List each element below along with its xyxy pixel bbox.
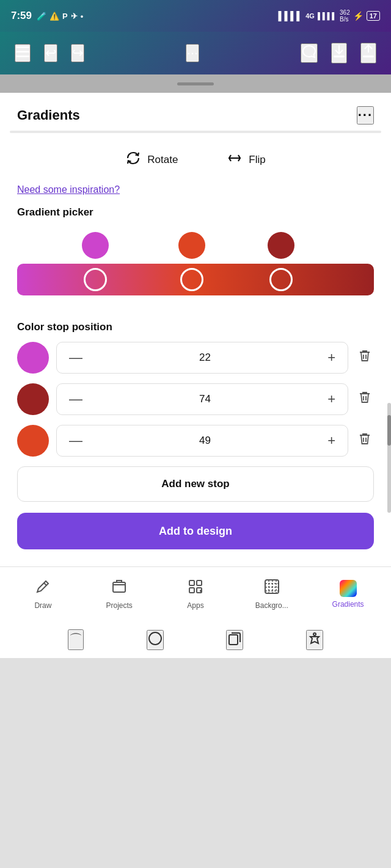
color-stop-row-3: — 49 + [17,425,374,457]
draw-icon [35,579,51,598]
draw-label: Draw [34,601,51,610]
gradient-bar[interactable] [17,264,374,295]
color-stop-circle-3[interactable] [17,425,49,457]
inspiration-link-area: Need some inspiration? [0,181,391,206]
status-app-icons: 🧪 ⚠️ P ✈ • [37,12,83,21]
gradient-color-box [340,580,357,597]
bottom-nav: Draw Projects Apps [0,566,391,621]
scroll-thumb [387,415,391,446]
share-button[interactable] [360,43,376,63]
panel-header: Gradients ··· [0,93,391,131]
decrement-button-2[interactable]: — [67,390,85,408]
projects-label: Projects [106,601,133,610]
main-panel: Gradients ··· Rotate [0,93,391,566]
nav-item-gradients[interactable]: Gradients [310,580,386,609]
decrement-button-3[interactable]: — [67,432,85,450]
decrement-button-1[interactable]: — [67,349,85,367]
menu-button[interactable] [15,44,31,62]
color-stop-circle-2[interactable] [17,383,49,415]
delete-stop-2[interactable] [356,388,374,411]
color-stop-circle-1[interactable] [17,342,49,374]
download-button[interactable] [331,43,347,63]
svg-rect-12 [113,582,125,592]
nav-item-projects[interactable]: Projects [81,579,158,610]
gradients-nav-icon [340,580,357,597]
increment-button-3[interactable]: + [325,432,338,450]
apps-icon [188,579,203,598]
nav-item-apps[interactable]: Apps [158,579,234,610]
svg-rect-3 [334,56,345,57]
flip-button[interactable]: Flip [227,150,265,170]
svg-rect-1 [16,51,29,53]
color-dots-area [17,227,374,264]
svg-rect-27 [229,635,238,645]
apps-label: Apps [187,601,203,610]
add-to-design-button[interactable]: Add to design [17,513,374,549]
color-dot-3[interactable] [268,232,294,259]
gradients-label: Gradients [332,600,364,609]
background-label: Backgro... [255,601,288,610]
num-value-3: 49 [199,435,211,447]
gradient-bar-container [0,264,391,306]
rotate-icon [125,150,141,170]
back-button[interactable]: ⌒ [68,629,84,650]
increment-button-2[interactable]: + [325,390,338,408]
home-button[interactable] [147,630,164,650]
background-icon [264,579,280,598]
time-display: 7:59 [11,10,32,22]
color-dot-2[interactable] [178,232,205,259]
color-stop-row-2: — 74 + [17,383,374,415]
number-input-2: — 74 + [56,383,348,415]
scroll-track [387,403,391,513]
delete-stop-3[interactable] [356,429,374,452]
action-row: Rotate Flip [0,133,391,181]
inspiration-link[interactable]: Need some inspiration? [17,184,120,195]
more-options-button[interactable]: ··· [186,44,199,62]
svg-line-11 [44,583,46,585]
num-value-2: 74 [199,393,211,405]
redo-button[interactable]: ↪ [71,44,84,62]
color-stop-position-label: Color stop position [0,321,391,342]
svg-point-26 [149,632,161,645]
battery-indicator: 17 [367,11,380,21]
color-stop-row-1: — 22 + [17,342,374,374]
status-right-icons: ▌▌▌▌ 4G ▌▌▌▌ 362B/s ⚡ 17 [279,9,381,23]
gradient-stop-1[interactable] [84,268,107,291]
number-input-3: — 49 + [56,425,348,457]
toolbar-right [301,43,376,63]
nav-item-draw[interactable]: Draw [5,579,81,610]
toolbar-left: ↩ ↪ [15,44,84,62]
flip-icon [227,150,243,170]
system-nav: ⌒ [0,621,391,658]
svg-rect-14 [197,580,202,585]
svg-rect-4 [363,56,374,57]
num-value-1: 22 [199,352,211,364]
increment-button-1[interactable]: + [325,349,338,367]
flip-label: Flip [249,154,265,166]
recent-button[interactable] [226,630,243,650]
undo-button[interactable]: ↩ [44,44,57,62]
color-dot-1[interactable] [82,232,109,259]
projects-icon [111,579,127,598]
svg-rect-2 [16,56,29,57]
add-new-stop-button[interactable]: Add new stop [17,466,374,502]
rotate-button[interactable]: Rotate [125,150,178,170]
gradient-stop-2[interactable] [180,268,203,291]
toolbar: ↩ ↪ ··· [0,32,391,74]
gradient-stop-3[interactable] [269,268,293,291]
gradient-picker-label: Gradient picker [0,206,391,227]
svg-point-28 [313,633,316,635]
svg-rect-0 [16,46,29,48]
status-bar: 7:59 🧪 ⚠️ P ✈ • ▌▌▌▌ 4G ▌▌▌▌ 362B/s ⚡ 17 [0,0,391,32]
comment-button[interactable] [301,43,318,63]
delete-stop-1[interactable] [356,346,374,369]
nav-item-background[interactable]: Backgro... [233,579,310,610]
panel-more-button[interactable]: ··· [357,106,374,125]
panel-title: Gradients [17,107,80,123]
sheet-handle-area [0,74,391,93]
number-input-1: — 22 + [56,342,348,374]
sheet-handle [177,82,214,85]
accessibility-button[interactable] [306,630,323,650]
svg-rect-15 [189,588,194,593]
color-stop-section: — 22 + — 74 + [0,342,391,457]
